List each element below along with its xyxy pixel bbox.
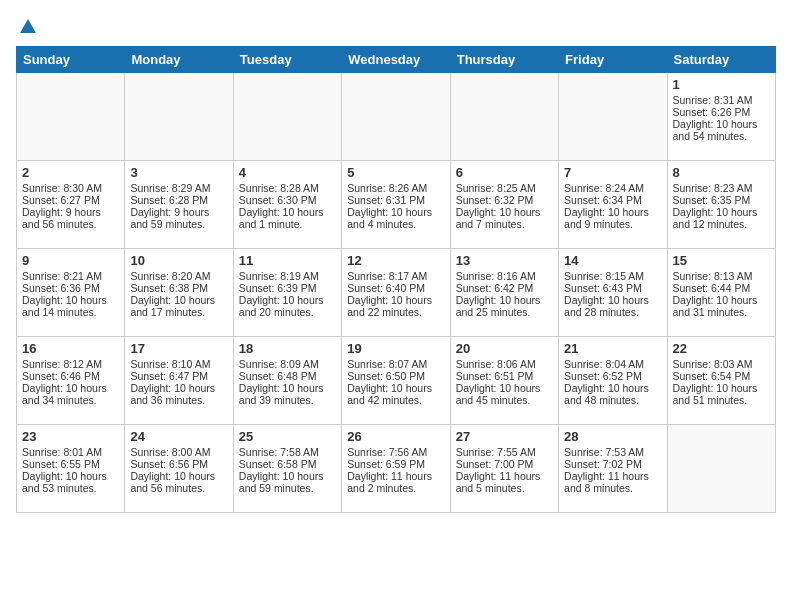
daylight-text: Daylight: 10 hours and 12 minutes.	[673, 206, 770, 230]
daylight-text: Daylight: 10 hours and 54 minutes.	[673, 118, 770, 142]
calendar-day-cell: 4Sunrise: 8:28 AMSunset: 6:30 PMDaylight…	[233, 160, 341, 248]
sunset-text: Sunset: 6:54 PM	[673, 370, 770, 382]
daylight-text: Daylight: 9 hours and 56 minutes.	[22, 206, 119, 230]
sunset-text: Sunset: 6:59 PM	[347, 458, 444, 470]
sunset-text: Sunset: 6:51 PM	[456, 370, 553, 382]
daylight-text: Daylight: 10 hours and 9 minutes.	[564, 206, 661, 230]
daylight-text: Daylight: 10 hours and 45 minutes.	[456, 382, 553, 406]
sunrise-text: Sunrise: 8:20 AM	[130, 270, 227, 282]
calendar-day-cell	[450, 72, 558, 160]
day-number: 22	[673, 341, 770, 356]
day-number: 6	[456, 165, 553, 180]
calendar-day-cell	[667, 424, 775, 512]
sunset-text: Sunset: 6:52 PM	[564, 370, 661, 382]
calendar-day-cell: 15Sunrise: 8:13 AMSunset: 6:44 PMDayligh…	[667, 248, 775, 336]
calendar-day-cell: 11Sunrise: 8:19 AMSunset: 6:39 PMDayligh…	[233, 248, 341, 336]
daylight-text: Daylight: 10 hours and 4 minutes.	[347, 206, 444, 230]
sunrise-text: Sunrise: 8:21 AM	[22, 270, 119, 282]
day-number: 12	[347, 253, 444, 268]
sunset-text: Sunset: 6:47 PM	[130, 370, 227, 382]
sunrise-text: Sunrise: 8:01 AM	[22, 446, 119, 458]
calendar-day-cell	[125, 72, 233, 160]
calendar-day-cell: 7Sunrise: 8:24 AMSunset: 6:34 PMDaylight…	[559, 160, 667, 248]
sunrise-text: Sunrise: 8:09 AM	[239, 358, 336, 370]
calendar-week-row: 2Sunrise: 8:30 AMSunset: 6:27 PMDaylight…	[17, 160, 776, 248]
calendar-day-cell: 10Sunrise: 8:20 AMSunset: 6:38 PMDayligh…	[125, 248, 233, 336]
calendar-day-cell: 18Sunrise: 8:09 AMSunset: 6:48 PMDayligh…	[233, 336, 341, 424]
day-number: 14	[564, 253, 661, 268]
day-number: 2	[22, 165, 119, 180]
day-number: 16	[22, 341, 119, 356]
daylight-text: Daylight: 10 hours and 22 minutes.	[347, 294, 444, 318]
day-number: 15	[673, 253, 770, 268]
day-number: 1	[673, 77, 770, 92]
sunrise-text: Sunrise: 7:53 AM	[564, 446, 661, 458]
col-header-wednesday: Wednesday	[342, 46, 450, 72]
sunset-text: Sunset: 6:55 PM	[22, 458, 119, 470]
page-header	[16, 16, 776, 36]
day-number: 7	[564, 165, 661, 180]
calendar-day-cell: 6Sunrise: 8:25 AMSunset: 6:32 PMDaylight…	[450, 160, 558, 248]
calendar-day-cell: 13Sunrise: 8:16 AMSunset: 6:42 PMDayligh…	[450, 248, 558, 336]
daylight-text: Daylight: 10 hours and 1 minute.	[239, 206, 336, 230]
sunset-text: Sunset: 6:35 PM	[673, 194, 770, 206]
sunrise-text: Sunrise: 8:28 AM	[239, 182, 336, 194]
calendar-day-cell: 1Sunrise: 8:31 AMSunset: 6:26 PMDaylight…	[667, 72, 775, 160]
calendar-day-cell: 14Sunrise: 8:15 AMSunset: 6:43 PMDayligh…	[559, 248, 667, 336]
daylight-text: Daylight: 10 hours and 28 minutes.	[564, 294, 661, 318]
sunrise-text: Sunrise: 7:56 AM	[347, 446, 444, 458]
daylight-text: Daylight: 10 hours and 7 minutes.	[456, 206, 553, 230]
day-number: 28	[564, 429, 661, 444]
calendar-day-cell	[17, 72, 125, 160]
calendar-day-cell: 3Sunrise: 8:29 AMSunset: 6:28 PMDaylight…	[125, 160, 233, 248]
calendar-day-cell: 2Sunrise: 8:30 AMSunset: 6:27 PMDaylight…	[17, 160, 125, 248]
calendar-week-row: 1Sunrise: 8:31 AMSunset: 6:26 PMDaylight…	[17, 72, 776, 160]
col-header-friday: Friday	[559, 46, 667, 72]
sunrise-text: Sunrise: 8:26 AM	[347, 182, 444, 194]
col-header-sunday: Sunday	[17, 46, 125, 72]
calendar-day-cell	[233, 72, 341, 160]
calendar-day-cell	[559, 72, 667, 160]
daylight-text: Daylight: 10 hours and 42 minutes.	[347, 382, 444, 406]
sunset-text: Sunset: 6:58 PM	[239, 458, 336, 470]
calendar-day-cell: 9Sunrise: 8:21 AMSunset: 6:36 PMDaylight…	[17, 248, 125, 336]
sunset-text: Sunset: 6:39 PM	[239, 282, 336, 294]
sunrise-text: Sunrise: 8:13 AM	[673, 270, 770, 282]
sunset-text: Sunset: 6:30 PM	[239, 194, 336, 206]
daylight-text: Daylight: 10 hours and 25 minutes.	[456, 294, 553, 318]
sunset-text: Sunset: 6:56 PM	[130, 458, 227, 470]
daylight-text: Daylight: 10 hours and 59 minutes.	[239, 470, 336, 494]
sunset-text: Sunset: 6:44 PM	[673, 282, 770, 294]
daylight-text: Daylight: 10 hours and 14 minutes.	[22, 294, 119, 318]
sunrise-text: Sunrise: 8:04 AM	[564, 358, 661, 370]
daylight-text: Daylight: 10 hours and 39 minutes.	[239, 382, 336, 406]
calendar-day-cell	[342, 72, 450, 160]
daylight-text: Daylight: 10 hours and 51 minutes.	[673, 382, 770, 406]
daylight-text: Daylight: 11 hours and 2 minutes.	[347, 470, 444, 494]
logo	[16, 16, 36, 36]
day-number: 27	[456, 429, 553, 444]
calendar-day-cell: 17Sunrise: 8:10 AMSunset: 6:47 PMDayligh…	[125, 336, 233, 424]
calendar-day-cell: 28Sunrise: 7:53 AMSunset: 7:02 PMDayligh…	[559, 424, 667, 512]
calendar-day-cell: 16Sunrise: 8:12 AMSunset: 6:46 PMDayligh…	[17, 336, 125, 424]
calendar-day-cell: 21Sunrise: 8:04 AMSunset: 6:52 PMDayligh…	[559, 336, 667, 424]
daylight-text: Daylight: 9 hours and 59 minutes.	[130, 206, 227, 230]
day-number: 13	[456, 253, 553, 268]
day-number: 10	[130, 253, 227, 268]
sunset-text: Sunset: 6:32 PM	[456, 194, 553, 206]
calendar-table: SundayMondayTuesdayWednesdayThursdayFrid…	[16, 46, 776, 513]
day-number: 3	[130, 165, 227, 180]
sunset-text: Sunset: 6:38 PM	[130, 282, 227, 294]
day-number: 18	[239, 341, 336, 356]
sunrise-text: Sunrise: 8:06 AM	[456, 358, 553, 370]
sunrise-text: Sunrise: 8:00 AM	[130, 446, 227, 458]
day-number: 24	[130, 429, 227, 444]
daylight-text: Daylight: 10 hours and 31 minutes.	[673, 294, 770, 318]
daylight-text: Daylight: 10 hours and 17 minutes.	[130, 294, 227, 318]
daylight-text: Daylight: 11 hours and 8 minutes.	[564, 470, 661, 494]
day-number: 5	[347, 165, 444, 180]
sunrise-text: Sunrise: 8:07 AM	[347, 358, 444, 370]
sunset-text: Sunset: 6:26 PM	[673, 106, 770, 118]
sunset-text: Sunset: 6:43 PM	[564, 282, 661, 294]
sunrise-text: Sunrise: 8:17 AM	[347, 270, 444, 282]
